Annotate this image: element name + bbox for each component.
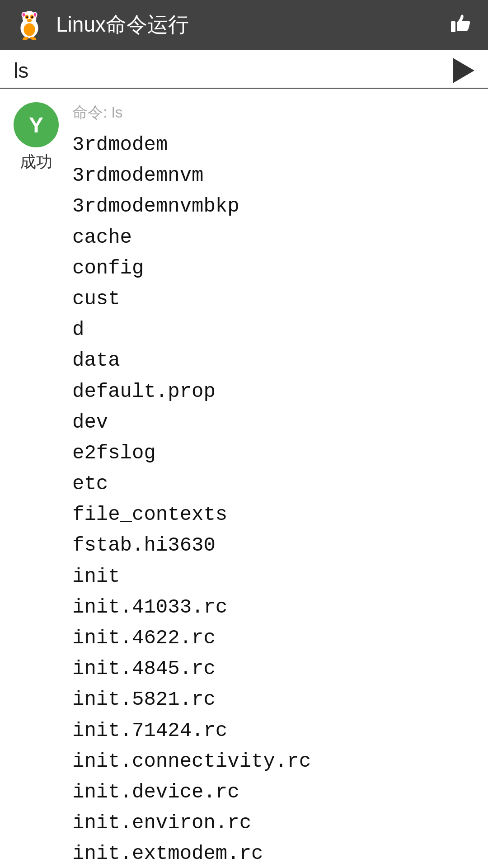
list-item: dev: [72, 407, 474, 438]
svg-point-10: [27, 19, 32, 22]
list-item: cache: [72, 222, 474, 253]
svg-point-9: [31, 16, 33, 18]
thumbs-up-icon[interactable]: [447, 9, 474, 41]
status-initial: Y: [29, 113, 43, 137]
status-column: Y 成功: [14, 102, 59, 173]
app-header: Linux命令运行: [0, 0, 488, 50]
app-title: Linux命令运行: [56, 11, 189, 39]
command-label: 命令: ls: [72, 102, 474, 123]
list-item: default.prop: [72, 376, 474, 407]
list-item: init.connectivity.rc: [72, 746, 474, 777]
list-item: init.environ.rc: [72, 807, 474, 838]
result-content: 命令: ls 3rdmodem3rdmodemnvm3rdmodemnvmbkp…: [72, 102, 474, 868]
svg-rect-14: [451, 21, 455, 32]
list-item: init.4622.rc: [72, 623, 474, 653]
list-item: config: [72, 253, 474, 283]
list-item: file_contexts: [72, 499, 474, 530]
list-item: etc: [72, 468, 474, 499]
status-text: 成功: [20, 151, 52, 173]
list-item: init.41033.rc: [72, 592, 474, 623]
send-icon: [453, 58, 474, 83]
send-button[interactable]: [444, 58, 474, 88]
list-item: init.71424.rc: [72, 715, 474, 746]
svg-point-11: [23, 24, 35, 36]
list-item: init: [72, 561, 474, 592]
svg-point-8: [26, 16, 28, 18]
list-item: fstab.hi3630: [72, 530, 474, 561]
list-item: 3rdmodemnvmbkp: [72, 191, 474, 222]
list-item: e2fslog: [72, 438, 474, 468]
list-item: init.4845.rc: [72, 653, 474, 684]
result-header: Y 成功 命令: ls 3rdmodem3rdmodemnvm3rdmodemn…: [14, 102, 474, 868]
linux-tux-icon: [14, 9, 45, 41]
svg-point-4: [23, 13, 25, 16]
svg-point-5: [34, 13, 37, 16]
command-input[interactable]: [14, 58, 444, 87]
status-circle: Y: [14, 102, 59, 147]
file-list: 3rdmodem3rdmodemnvm3rdmodemnvmbkpcacheco…: [72, 129, 474, 868]
result-area: Y 成功 命令: ls 3rdmodem3rdmodemnvm3rdmodemn…: [0, 89, 488, 868]
list-item: init.extmodem.rc: [72, 838, 474, 868]
list-item: init.5821.rc: [72, 684, 474, 715]
list-item: d: [72, 314, 474, 345]
list-item: 3rdmodemnvm: [72, 160, 474, 191]
list-item: 3rdmodem: [72, 129, 474, 160]
list-item: cust: [72, 283, 474, 314]
list-item: data: [72, 345, 474, 376]
header-left: Linux命令运行: [14, 9, 189, 41]
command-bar: [0, 50, 488, 89]
list-item: init.device.rc: [72, 777, 474, 807]
